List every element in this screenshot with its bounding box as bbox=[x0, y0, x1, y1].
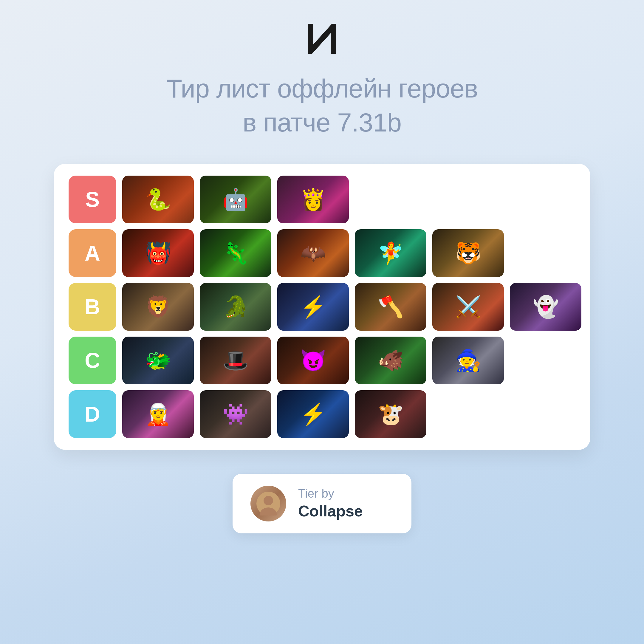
hero-dragon-knight: 🐲 bbox=[122, 337, 194, 384]
author-avatar bbox=[250, 486, 286, 521]
hero-pudge: 🎩 bbox=[200, 337, 271, 384]
hero-brewmaster: 🐯 bbox=[432, 229, 504, 277]
hero-enchantress: 🧚 bbox=[355, 229, 426, 277]
tier-label-d: D bbox=[69, 390, 116, 438]
tier-label-c: C bbox=[69, 337, 116, 384]
hero-invoker: 🧝 bbox=[122, 390, 194, 438]
author-info: Tier by Collapse bbox=[298, 487, 363, 520]
hero-lifestealer: 🐮 bbox=[355, 390, 426, 438]
hero-timbersaw: 🤖 bbox=[200, 176, 271, 223]
hero-underlord: 👹 bbox=[122, 229, 194, 277]
tier-label-s: S bbox=[69, 176, 116, 223]
hero-void-spirit: 👻 bbox=[510, 283, 581, 331]
hero-juggernaut: ⚔️ bbox=[432, 283, 504, 331]
tier-label-b: B bbox=[69, 283, 116, 331]
tier-row-s: S 🐍 🤖 👸 bbox=[69, 176, 575, 223]
tier-row-b: B 🦁 🐊 ⚡ 🪓 ⚔️ 👻 bbox=[69, 283, 575, 331]
hero-tidehunter: 🐊 bbox=[200, 283, 271, 331]
hero-storm-spirit: ⚡ bbox=[277, 283, 349, 331]
hero-batrider: 🦇 bbox=[277, 229, 349, 277]
hero-viper: 🐍 bbox=[122, 176, 194, 223]
tier-row-a: A 👹 🦎 🦇 🧚 🐯 bbox=[69, 229, 575, 277]
hero-qop: 👸 bbox=[277, 176, 349, 223]
tier-by-label: Tier by bbox=[298, 487, 363, 500]
hero-razor: ⚡ bbox=[277, 390, 349, 438]
hero-ogre-magi: 👾 bbox=[200, 390, 271, 438]
hero-beastmaster: 🦁 bbox=[122, 283, 194, 331]
author-card: Tier by Collapse bbox=[233, 474, 411, 533]
svg-point-2 bbox=[264, 496, 273, 505]
hero-venomancer: 🦎 bbox=[200, 229, 271, 277]
tier-row-d: D 🧝 👾 ⚡ 🐮 bbox=[69, 390, 575, 438]
hero-doom: 😈 bbox=[277, 337, 349, 384]
tier-card: S 🐍 🤖 👸 A 👹 🦎 🦇 🧚 🐯 B 🦁 bbox=[54, 164, 590, 450]
page-title: Тир лист оффлейн героев в патче 7.31b bbox=[166, 72, 478, 140]
dota-logo bbox=[304, 24, 340, 54]
hero-axe: 🪓 bbox=[355, 283, 426, 331]
tier-label-a: A bbox=[69, 229, 116, 277]
author-name: Collapse bbox=[298, 502, 363, 520]
hero-elder-titan: 🧙 bbox=[432, 337, 504, 384]
tier-row-c: C 🐲 🎩 😈 🐗 🧙 bbox=[69, 337, 575, 384]
hero-bristleback: 🐗 bbox=[355, 337, 426, 384]
